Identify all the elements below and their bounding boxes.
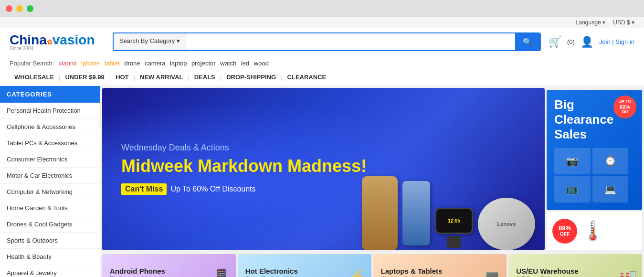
thermometer-icon: 🌡️ [581, 220, 605, 242]
side-banner-product-icons: 📷 ⌚ 📺 💻 [554, 148, 634, 202]
nav-hot[interactable]: HOT [111, 72, 133, 83]
nav-clearance[interactable]: CLEARANCE [283, 72, 331, 83]
banner-cta-highlight: Can't Miss [121, 183, 167, 195]
cart-count: (0) [567, 38, 575, 45]
tile-android-text: Android Phones Big brands all here [110, 267, 165, 277]
earbuds-product: Lenovo [478, 198, 535, 250]
language-selector[interactable]: Language ▾ [576, 19, 606, 26]
warehouse-icon: 🏭 [618, 268, 637, 277]
search-input[interactable] [186, 33, 515, 50]
pop-link-wood[interactable]: wood [254, 60, 269, 67]
pop-link-watch[interactable]: watch [220, 60, 236, 67]
sidebar-item-health-beauty[interactable]: Health & Beauty [0, 249, 100, 265]
nav-wholesale[interactable]: WHOLESALE [10, 72, 59, 83]
badge-89-pct: 89% [559, 225, 571, 232]
sidebar-item-home-garden[interactable]: Home Garden & Tools [0, 200, 100, 216]
side-prod-watch: ⌚ [592, 148, 629, 174]
pop-link-laptop[interactable]: laptop [170, 60, 187, 67]
sidebar-item-consumer-electronics[interactable]: Consumer Electronics [0, 151, 100, 168]
pop-link-camera[interactable]: camera [145, 60, 165, 67]
popular-search: Popular Search: xiaomi iphone tablet dro… [10, 58, 634, 69]
user-icon: 👤 [581, 36, 593, 48]
banner-cta-text: Up To 60% Off Discounts [170, 185, 255, 193]
tile-laptops-sub: Work hard play hard [381, 276, 443, 277]
titlebar [0, 0, 644, 17]
tile-warehouse-title: US/EU Warehouse [516, 267, 578, 276]
electronics-icon: ⚡ [348, 268, 367, 277]
discount-badge: UP TO 60% Off [613, 96, 636, 118]
nav-bar: WHOLESALE | UNDER $9.99 | HOT | NEW ARRI… [10, 69, 634, 85]
phone-product-2 [402, 181, 430, 245]
side-prod-camera: 📷 [554, 148, 591, 174]
tile-android-sub: Big brands all here [110, 276, 165, 277]
pop-link-projector[interactable]: projector [191, 60, 216, 67]
cart-icon[interactable]: 🛒 [549, 36, 561, 48]
banner-cta: Can't Miss Up To 60% Off Discounts [121, 183, 256, 195]
nav-dropshipping[interactable]: DROP-SHIPPING [222, 72, 281, 83]
watch-band [447, 236, 461, 248]
main-wrap: CATEGORIES Personal Health Protection Ce… [0, 86, 644, 277]
sidebar-item-tablet-pcs[interactable]: Tablet PCs & Accessories [0, 135, 100, 151]
side-prod-laptop: 💻 [592, 176, 629, 202]
close-button[interactable] [6, 5, 12, 12]
logo[interactable]: China✿vasion Since 2004 [10, 32, 105, 51]
side-prod-tv: 📺 [554, 176, 591, 202]
sidebar-item-sports[interactable]: Sports & Outdoors [0, 233, 100, 249]
badge-89-off: 89% OFF [552, 219, 577, 244]
logo-china: China [10, 32, 47, 47]
banner-products: 12:05 Lenovo [362, 176, 535, 250]
tile-laptops-title: Laptops & Tablets [381, 267, 443, 276]
search-category-dropdown[interactable]: Search By Category ▾ [114, 33, 186, 50]
tile-laptops-text: Laptops & Tablets Work hard play hard [381, 267, 443, 277]
tile-warehouse-sub: 2-7 Days Delivery [516, 276, 578, 277]
tile-hot-electronics[interactable]: Hot Electronics Smart Products Madness ⚡ [238, 254, 371, 277]
nav-under999[interactable]: UNDER $9.99 [60, 72, 109, 83]
maximize-button[interactable] [27, 5, 33, 12]
tile-laptops-tablets[interactable]: Laptops & Tablets Work hard play hard 💻 [373, 254, 507, 277]
header-right: 🛒 (0) 👤 Join | Sign in [549, 36, 634, 48]
pop-link-led[interactable]: led [241, 60, 249, 67]
tile-warehouse[interactable]: US/EU Warehouse 2-7 Days Delivery 🏭 [508, 254, 642, 277]
sidebar-item-drones[interactable]: Drones & Cool Gadgets [0, 216, 100, 233]
logo-since: Since 2004 [10, 46, 33, 51]
android-phone-icon: 📱 [212, 268, 231, 277]
sign-in-link[interactable]: Join | Sign in [599, 38, 634, 45]
sidebar-item-computer-networking[interactable]: Computer & Networking [0, 184, 100, 200]
header: China✿vasion Since 2004 Search By Catego… [0, 28, 644, 56]
sidebar-item-motor-car[interactable]: Motor & Car Electronics [0, 168, 100, 184]
sidebar-title: CATEGORIES [0, 86, 100, 103]
main-banner[interactable]: Wednesday Deals & Actions Midweek Markdo… [102, 88, 545, 250]
side-banners: Big Clearance Sales UP TO 60% Off 📷 ⌚ 📺 … [547, 88, 642, 250]
popular-label: Popular Search: [10, 60, 54, 67]
banner-subtitle: Wednesday Deals & Actions [121, 143, 367, 153]
pop-link-tablet[interactable]: tablet [105, 60, 120, 67]
nav-deals[interactable]: DEALS [190, 72, 220, 83]
tile-android-phones[interactable]: Android Phones Big brands all here 📱 [102, 254, 236, 277]
bottom-tiles: Android Phones Big brands all here 📱 Hot… [100, 252, 644, 277]
tile-electronics-title: Hot Electronics [245, 267, 310, 276]
sidebar-item-apparel[interactable]: Apparel & Jewelry [0, 265, 100, 277]
pop-link-iphone[interactable]: iphone [81, 60, 100, 67]
banner-text: Wednesday Deals & Actions Midweek Markdo… [121, 143, 367, 195]
badge-off: Off [622, 110, 628, 115]
search-bar: Search By Category ▾ 🔍 [113, 32, 541, 51]
side-banner-thermometer[interactable]: 89% OFF 🌡️ [547, 212, 642, 250]
currency-selector[interactable]: USD $ ▾ [613, 19, 634, 26]
pop-link-xiaomi[interactable]: xiaomi [59, 60, 77, 67]
nav-new-arrival[interactable]: NEW ARRIVAL [135, 72, 188, 83]
banner-title: Midweek Markdown Madness! [121, 157, 367, 176]
pop-link-drone[interactable]: drone [124, 60, 140, 67]
tile-warehouse-text: US/EU Warehouse 2-7 Days Delivery [516, 267, 578, 277]
sidebar: CATEGORIES Personal Health Protection Ce… [0, 86, 100, 277]
badge-up-to: UP TO [618, 99, 631, 104]
sidebar-item-personal-health[interactable]: Personal Health Protection [0, 103, 100, 119]
banner-row: Wednesday Deals & Actions Midweek Markdo… [100, 86, 644, 252]
search-button[interactable]: 🔍 [515, 33, 540, 50]
logo-vasion: vasion [53, 32, 95, 47]
sidebar-item-cellphone[interactable]: Cellphone & Accessories [0, 119, 100, 135]
logo-star: ✿ [47, 38, 53, 46]
search-icon: 🔍 [523, 38, 532, 46]
side-banner-clearance[interactable]: Big Clearance Sales UP TO 60% Off 📷 ⌚ 📺 … [547, 90, 642, 210]
content-area: Wednesday Deals & Actions Midweek Markdo… [100, 86, 644, 277]
minimize-button[interactable] [16, 5, 23, 12]
